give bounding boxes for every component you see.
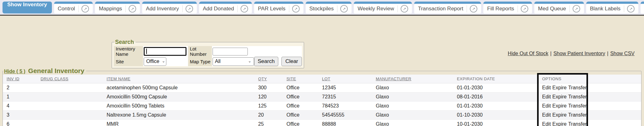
edit-link[interactable]: Edit xyxy=(542,112,551,118)
tab-mappings[interactable]: Mappings↗ xyxy=(95,2,140,13)
divider xyxy=(125,5,126,12)
external-link-icon[interactable]: ↗ xyxy=(573,5,580,13)
cell-item-name: Amoxicillin 500mg Tablets xyxy=(103,102,254,111)
cell-drug-class xyxy=(37,120,103,126)
tab-par-levels[interactable]: PAR Levels↗ xyxy=(254,2,303,13)
expire-link[interactable]: Expire xyxy=(552,121,567,126)
tab-label: Fill Reports xyxy=(487,6,514,12)
external-link-icon[interactable]: ↗ xyxy=(627,5,635,13)
expire-link[interactable]: Expire xyxy=(552,103,567,108)
cell-item-name: Amoxicillin 500mg Capsule xyxy=(103,92,254,102)
cell-manufacturer: Glaxo xyxy=(372,102,453,111)
external-link-icon[interactable]: ↗ xyxy=(401,5,408,13)
tab-top-accent xyxy=(142,2,197,4)
tab-label: Weekly Review xyxy=(358,6,394,12)
tab-med-queue[interactable]: Med Queue↗ xyxy=(534,2,584,13)
tab-fill-reports[interactable]: Fill Reports↗ xyxy=(483,2,532,13)
tab-import[interactable]: Import↗ xyxy=(641,2,644,13)
tab-label: Med Queue xyxy=(538,6,566,12)
divider xyxy=(237,5,238,12)
chevron-down-icon: ⌄ xyxy=(162,59,165,63)
transfer-link[interactable]: Transfer xyxy=(568,112,587,118)
external-link-icon[interactable]: ↗ xyxy=(186,5,193,13)
column-header-options: OPTIONS xyxy=(538,75,641,83)
map-type-select-value: All xyxy=(215,59,221,64)
column-header-item-name[interactable]: ITEM NAME xyxy=(103,75,254,83)
edit-link[interactable]: Edit xyxy=(542,85,551,90)
cell-lot: 784523 xyxy=(318,102,372,111)
hide-out-of-stock-link[interactable]: Hide Out Of Stock xyxy=(508,51,548,56)
column-header-site[interactable]: SITE xyxy=(283,75,318,83)
quick-links: Hide Out Of Stock|Show Patient Inventory… xyxy=(508,51,635,56)
tab-top-accent xyxy=(483,2,532,4)
transfer-link[interactable]: Transfer xyxy=(568,85,587,90)
map-type-select[interactable]: All ⌄ xyxy=(213,57,254,66)
tab-top-accent xyxy=(54,2,93,4)
lot-number-input[interactable] xyxy=(213,48,248,55)
tab-top-accent xyxy=(354,2,412,4)
edit-link[interactable]: Edit xyxy=(542,94,551,99)
cell-lot: 12345 xyxy=(318,83,372,92)
search-button[interactable]: Search xyxy=(254,57,279,66)
column-header-qty[interactable]: QTY xyxy=(254,75,283,83)
table-row: 6 MMR 25 Office 88888 Glaxo 10-01-2030 E… xyxy=(3,120,641,126)
general-inventory-section: Hide ( 5 ) General Inventory INV ID DRUG… xyxy=(3,67,641,126)
tab-top-accent xyxy=(95,2,140,4)
cell-qty: 25 xyxy=(254,120,283,126)
external-link-icon[interactable]: ↗ xyxy=(470,5,477,13)
cell-options: EditExpireTransfer xyxy=(538,102,641,111)
search-legend: Search xyxy=(114,39,136,45)
transfer-link[interactable]: Transfer xyxy=(568,103,587,108)
cell-manufacturer: Glaxo xyxy=(372,111,453,120)
separator: | xyxy=(548,51,553,56)
cell-expiration-date: 10-01-2030 xyxy=(453,120,538,126)
edit-link[interactable]: Edit xyxy=(542,103,551,108)
cell-qty: 125 xyxy=(254,102,283,111)
show-patient-inventory-link[interactable]: Show Patient Inventory xyxy=(553,51,605,56)
transfer-link[interactable]: Transfer xyxy=(568,94,587,99)
tab-blank-labels[interactable]: Blank Labels↗ xyxy=(586,2,638,13)
tab-label: Stockpiles xyxy=(309,6,334,12)
cell-qty: 300 xyxy=(254,83,283,92)
tab-transaction-report[interactable]: Transaction Report↗ xyxy=(414,2,481,13)
table-row: 2 acetaminophen 500mg Capsule 300 Office… xyxy=(3,83,641,92)
tab-weekly-review[interactable]: Weekly Review↗ xyxy=(354,2,412,13)
cell-lot: 88888 xyxy=(318,120,372,126)
cell-item-name: MMR xyxy=(103,120,254,126)
external-link-icon[interactable]: ↗ xyxy=(129,5,136,13)
edit-link[interactable]: Edit xyxy=(542,121,551,126)
tab-add-donated[interactable]: Add Donated↗ xyxy=(199,2,252,13)
tab-control[interactable]: Control↗ xyxy=(54,2,93,13)
cell-inv-id: 6 xyxy=(3,120,37,126)
expire-link[interactable]: Expire xyxy=(552,94,567,99)
column-header-manufacturer[interactable]: MANUFACTURER xyxy=(372,75,453,83)
inventory-name-input[interactable] xyxy=(144,47,186,56)
cell-expiration-date: 01-10-2030 xyxy=(453,111,538,120)
transfer-link[interactable]: Transfer xyxy=(568,121,587,126)
external-link-icon[interactable]: ↗ xyxy=(521,5,528,13)
column-header-inv-id[interactable]: INV ID xyxy=(3,75,37,83)
expire-link[interactable]: Expire xyxy=(552,112,567,118)
tab-label: Add Donated xyxy=(203,6,234,12)
external-link-icon[interactable]: ↗ xyxy=(340,5,348,13)
external-link-icon[interactable]: ↗ xyxy=(81,5,89,13)
cell-item-name: Naltrexone 1.5mg Capsule xyxy=(103,111,254,120)
cell-qty: 20 xyxy=(254,111,283,120)
external-link-icon[interactable]: ↗ xyxy=(241,5,248,13)
column-header-lot[interactable]: LOT xyxy=(318,75,372,83)
cell-manufacturer: Glaxo xyxy=(372,83,453,92)
clear-button[interactable]: Clear xyxy=(281,57,302,66)
cell-options: EditExpireTransfer xyxy=(538,83,641,92)
site-select[interactable]: Office ⌄ xyxy=(144,57,166,66)
column-header-expiration-date: EXPIRATION DATE xyxy=(453,75,538,83)
show-csv-link[interactable]: Show CSV xyxy=(610,51,635,56)
column-header-drug-class[interactable]: DRUG CLASS xyxy=(37,75,103,83)
header-row: INV ID DRUG CLASS ITEM NAME QTY SITE LOT… xyxy=(3,75,641,83)
external-link-icon[interactable]: ↗ xyxy=(292,5,300,13)
tab-show-inventory[interactable]: Show Inventory xyxy=(3,2,52,13)
tab-add-inventory[interactable]: Add Inventory↗ xyxy=(142,2,197,13)
divider xyxy=(569,5,570,12)
expire-link[interactable]: Expire xyxy=(552,85,567,90)
tab-stockpiles[interactable]: Stockpiles↗ xyxy=(306,2,352,13)
hide-link[interactable]: Hide ( 5 ) xyxy=(4,69,25,74)
